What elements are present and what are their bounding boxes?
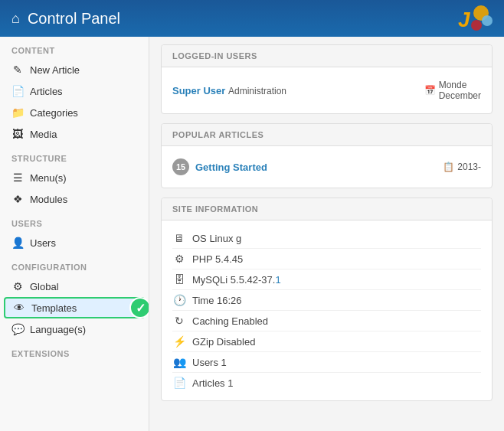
users-count-info: Users 1: [192, 357, 227, 368]
users-count-icon: 👥: [172, 356, 186, 368]
list-item: ⚡ GZip Disabled: [172, 331, 481, 352]
article-left: 15 Getting Started: [172, 158, 267, 175]
eye-icon: 👁: [13, 302, 25, 314]
main-content: LOGGED-IN USERS Super User Administratio…: [149, 37, 504, 431]
modules-label: Modules: [30, 194, 67, 205]
folder-icon: 📁: [11, 106, 24, 119]
table-row: Super User Administration 📅 MondeDecembe…: [172, 75, 481, 106]
user-role: Administration: [228, 86, 286, 96]
site-information-panel: SITE INFORMATION 🖥 OS Linux g ⚙ PHP 5.4.…: [161, 198, 493, 401]
sidebar-section-configuration: CONFIGURATION: [0, 253, 149, 276]
list-item: 📄 Articles 1: [172, 373, 481, 393]
list-item: 👥 Users 1: [172, 352, 481, 373]
list-item: 🖥 OS Linux g: [172, 228, 481, 249]
monitor-icon: 🖥: [172, 232, 186, 244]
sidebar-item-modules[interactable]: ❖ Modules: [0, 188, 149, 210]
languages-label: Language(s): [30, 324, 86, 335]
time-info: Time 16:26: [192, 295, 242, 306]
module-icon: ❖: [11, 193, 24, 205]
sidebar-item-new-article[interactable]: ✎ New Article: [0, 59, 149, 80]
home-icon[interactable]: ⌂: [11, 11, 20, 27]
sidebar-item-global[interactable]: ⚙ Global: [0, 276, 149, 297]
global-label: Global: [30, 281, 59, 292]
sidebar-item-templates[interactable]: 👁 Templates ✓: [4, 297, 145, 318]
db-icon: 🗄: [172, 273, 186, 286]
image-icon: 🖼: [11, 128, 24, 140]
list-item: 🗄 MySQLi 5.5.42-37.1: [172, 269, 481, 290]
svg-point-3: [471, 20, 482, 31]
sidebar-item-articles[interactable]: 📄 Articles: [0, 80, 149, 102]
gear-icon: ⚙: [11, 280, 24, 292]
caching-icon: ↻: [172, 315, 186, 327]
media-label: Media: [30, 129, 57, 140]
user-date: 📅 MondeDecember: [424, 80, 481, 101]
chat-icon: 💬: [11, 323, 24, 335]
site-information-header: SITE INFORMATION: [162, 198, 492, 220]
article-count-badge: 15: [172, 158, 189, 175]
sidebar-item-categories[interactable]: 📁 Categories: [0, 102, 149, 123]
user-icon: 👤: [11, 237, 24, 249]
mysql-info: MySQLi 5.5.42-37.1: [192, 274, 281, 286]
sidebar: CONTENT ✎ New Article 📄 Articles 📁 Categ…: [0, 37, 149, 431]
header: ⌂ Control Panel J: [0, 0, 504, 37]
php-icon: ⚙: [172, 253, 186, 265]
site-information-body: 🖥 OS Linux g ⚙ PHP 5.4.45 🗄 MySQLi 5.5.4…: [162, 220, 492, 400]
sidebar-item-media[interactable]: 🖼 Media: [0, 123, 149, 145]
article-date-icon: 📋: [443, 162, 454, 172]
list-item: ⚙ PHP 5.4.45: [172, 249, 481, 269]
joomla-logo: J: [458, 5, 493, 32]
gzip-icon: ⚡: [172, 335, 186, 348]
table-row: 15 Getting Started 📋 2013-: [172, 154, 481, 180]
os-info: OS Linux g: [192, 233, 241, 244]
logged-in-users-panel: LOGGED-IN USERS Super User Administratio…: [161, 44, 493, 114]
sidebar-item-menus[interactable]: ☰ Menu(s): [0, 167, 149, 188]
svg-text:J: J: [458, 8, 471, 31]
popular-articles-body: 15 Getting Started 📋 2013-: [162, 146, 492, 188]
main-layout: CONTENT ✎ New Article 📄 Articles 📁 Categ…: [0, 37, 504, 431]
gzip-info: GZip Disabled: [192, 336, 255, 348]
new-article-label: New Article: [30, 64, 80, 76]
categories-label: Categories: [30, 107, 78, 119]
calendar-icon: 📅: [424, 85, 436, 96]
templates-label: Templates: [31, 302, 77, 314]
sidebar-section-extensions: EXTENSIONS: [0, 340, 149, 362]
user-login-date: MondeDecember: [439, 80, 481, 101]
sidebar-section-structure: STRUCTURE: [0, 145, 149, 167]
sidebar-item-users[interactable]: 👤 Users: [0, 232, 149, 253]
users-label: Users: [30, 237, 56, 249]
file-icon: 📄: [11, 85, 24, 97]
popular-articles-panel: POPULAR ARTICLES 15 Getting Started 📋 20…: [161, 123, 493, 188]
php-info: PHP 5.4.45: [192, 253, 243, 265]
sidebar-section-users: USERS: [0, 210, 149, 232]
clock-icon: 🕐: [172, 294, 186, 306]
articles-count-icon: 📄: [172, 377, 186, 389]
joomla-logo-svg: J: [458, 5, 493, 32]
article-date: 📋 2013-: [443, 162, 481, 172]
svg-point-2: [482, 15, 493, 26]
menus-label: Menu(s): [30, 172, 67, 184]
logged-in-users-body: Super User Administration 📅 MondeDecembe…: [162, 67, 492, 113]
header-left: ⌂ Control Panel: [11, 10, 120, 28]
user-info: Super User Administration: [172, 85, 286, 96]
articles-count-info: Articles 1: [192, 377, 233, 389]
list-item: 🕐 Time 16:26: [172, 290, 481, 311]
menu-icon: ☰: [11, 171, 24, 184]
list-item: ↻ Caching Enabled: [172, 311, 481, 331]
article-title[interactable]: Getting Started: [195, 162, 267, 173]
logged-in-users-header: LOGGED-IN USERS: [162, 45, 492, 67]
active-check-badge: ✓: [129, 297, 149, 318]
sidebar-item-languages[interactable]: 💬 Language(s): [0, 318, 149, 340]
pencil-icon: ✎: [11, 64, 24, 76]
user-name: Super User: [172, 85, 225, 96]
popular-articles-header: POPULAR ARTICLES: [162, 124, 492, 146]
articles-label: Articles: [30, 86, 63, 97]
page-title: Control Panel: [28, 10, 120, 28]
sidebar-section-content: CONTENT: [0, 37, 149, 59]
article-date-text: 2013-: [457, 162, 481, 172]
caching-info: Caching Enabled: [192, 315, 268, 327]
mysql-version-highlight: 1: [275, 274, 280, 286]
